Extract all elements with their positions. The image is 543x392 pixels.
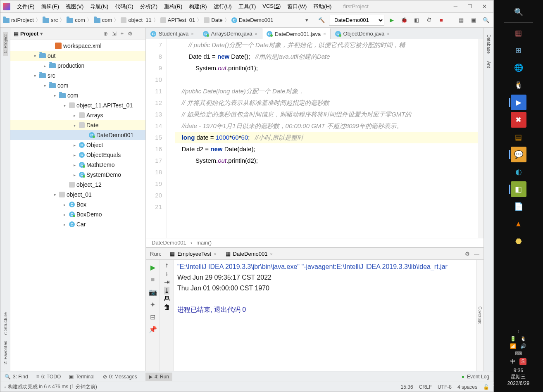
editor-tab[interactable]: CArraysDemo.java× [198,28,262,39]
ide-window[interactable]: 文件(F)编辑(E)视图(V)导航(N)代码(C)分析(Z)重构(R)构建(B)… [0,0,494,392]
hammer-icon[interactable]: 🔨 [317,15,326,25]
app-icon-1[interactable]: ▦ [511,25,526,41]
messages-tool-button[interactable]: ⊘ 0: Messages [103,374,137,380]
code-editor[interactable]: 789101112131415161718192021 // public Da… [146,39,483,238]
minimize-icon[interactable]: ─ [454,3,457,10]
tree-row[interactable]: ▸CBox [10,200,145,209]
nav-down-icon[interactable]: ▾ [302,15,312,25]
editor-tab[interactable]: CObjectDemo.java× [331,28,394,39]
breadcrumb-item[interactable]: CDateDemo001 [231,17,274,23]
console-output[interactable]: "E:\IntelliJ IDEA 2019.3.3\jbr\bin\java.… [174,260,476,371]
edge-icon[interactable]: ◐ [511,164,526,180]
structure-tool-button[interactable]: 7: Structure [3,310,8,338]
menu-item[interactable]: 窗口(W) [284,2,310,11]
pin-icon[interactable]: 📌 [147,323,159,335]
collapse-icon[interactable]: ÷ [121,31,124,37]
app-icon-blue[interactable]: ▶ [511,95,526,110]
run-tool-button[interactable]: ▶ 4: Run [145,373,172,381]
tray-up-icon[interactable]: ‹ [517,328,519,334]
close-tab-icon[interactable]: × [255,31,257,36]
tree-row[interactable]: ▾object_11.APITest_01 [10,100,145,110]
profile-icon[interactable]: ⏱ [424,15,434,25]
calculator-icon[interactable]: ⊞ [511,43,526,58]
tree-row[interactable]: ▾src [10,71,145,81]
windows-taskbar[interactable]: 🔍 ▦ ⊞ 🌐 🐧 ▶ ✖ ▤ 💬 ◐ ◧ 📄 ▲ ⬣ ‹ 🔋🐧 📶🔊 ⌨ 中S… [494,0,543,392]
scroll-icon[interactable]: ⤓ [164,287,169,295]
run-hide-icon[interactable]: — [474,251,479,257]
app-icon-red[interactable]: ✖ [511,112,526,128]
maximize-icon[interactable]: ☐ [467,3,472,10]
menu-item[interactable]: 编辑(E) [38,2,62,11]
rerun-icon[interactable]: ▶ [147,261,159,273]
layout-run-icon[interactable]: ⊟ [147,311,159,323]
tree-row[interactable]: workspace.xml [10,41,145,51]
layout-icon[interactable]: ▦ [456,15,466,25]
menu-item[interactable]: 工具(T) [235,2,260,11]
vlc-icon[interactable]: ▲ [511,216,526,232]
notepad-icon[interactable]: 📄 [511,199,526,214]
project-tree[interactable]: workspace.xml▾out▸production▾src▾com▾com… [10,40,145,371]
editor-tabs[interactable]: CStudent.java×CArraysDemo.java×CDateDemo… [146,28,483,39]
app-icon-orange[interactable]: ▤ [511,129,526,145]
close-icon[interactable]: ✕ [482,3,487,10]
menu-item[interactable]: 视图(V) [62,2,87,11]
gear-icon[interactable]: ⚙ [128,31,133,37]
search-icon[interactable]: 🔍 [481,15,491,25]
project-tool-button[interactable]: 1: Project [3,32,8,56]
breadcrumb-item[interactable]: com [67,17,85,23]
menu-item[interactable]: 文件(F) [14,2,38,11]
tree-row[interactable]: CDateDemo001 [10,130,145,140]
clock-time[interactable]: 9:36 [507,368,529,373]
breadcrumb-item[interactable]: object_11 [121,17,151,23]
tree-row[interactable]: ▾Date [10,120,145,130]
hide-icon[interactable]: — [137,31,142,37]
battery-icon[interactable]: 🔋 [510,336,516,342]
camera-icon[interactable]: 📷 [147,286,159,298]
tree-row[interactable]: ▸CBoxDemo [10,209,145,219]
volume-icon[interactable]: 🔊 [520,343,526,349]
menu-item[interactable]: 帮助(H) [310,2,335,11]
trash-icon[interactable]: 🗑 [164,304,170,311]
tree-row[interactable]: object_12 [10,180,145,190]
run-settings-icon[interactable]: ⚙ [465,251,470,257]
run-icon[interactable]: ▶ [387,15,397,25]
menu-item[interactable]: 构建(B) [186,2,210,11]
stop-icon[interactable]: ■ [436,15,446,25]
tree-row[interactable]: ▸CObject [10,140,145,150]
menu-item[interactable]: 分析(Z) [137,2,161,11]
breadcrumb-item[interactable]: src [43,17,58,23]
run-config-select[interactable]: DateDemo001 [329,15,384,26]
breadcrumb-item[interactable]: APITest_01 [160,17,195,23]
breadcrumb[interactable]: rstProject〉src〉com〉com〉object_11〉APITest… [3,17,302,24]
print-icon[interactable]: 🖶 [164,295,170,303]
intellij-icon[interactable]: ◧ [511,181,526,197]
editor-breadcrumb[interactable]: DateDemo001›main() [146,238,483,247]
database-tool-button[interactable]: Database [486,32,491,56]
tree-row[interactable]: ▾out [10,51,145,61]
editor-tab[interactable]: CStudent.java× [146,28,198,39]
line-ending[interactable]: CRLF [419,384,432,390]
wechat-icon[interactable]: 💬 [511,147,526,162]
wifi-icon[interactable]: 📶 [510,343,516,349]
expand-icon[interactable]: ⇲ [112,31,117,37]
error-stripe[interactable] [478,39,483,238]
tree-row[interactable]: ▸CObjectEquals [10,150,145,160]
editor-tab[interactable]: CDateDemo001.java× [262,28,331,39]
encoding[interactable]: UTF-8 [438,384,452,390]
qq-icon[interactable]: 🐧 [511,77,526,93]
app-icon-last[interactable]: ⬣ [511,233,526,249]
coverage-tool-button[interactable]: Coverage [476,260,483,371]
favorites-tool-button[interactable]: 2: Favorites [3,338,8,367]
menu-item[interactable]: 代码(C) [112,2,136,11]
menu-item[interactable]: 运行(U) [210,2,235,11]
close-tab-icon[interactable]: × [387,31,389,36]
wrap-icon[interactable]: ⇥ [164,278,169,286]
layout2-icon[interactable]: ▣ [469,15,479,25]
lock-icon[interactable]: 🔓 [483,384,489,390]
breadcrumb-item[interactable]: Date [204,17,222,23]
menu-item[interactable]: 导航(N) [87,2,112,11]
close-tab-icon[interactable]: × [191,31,193,36]
tree-row[interactable]: ▸CSystemDemo [10,170,145,180]
menu-item[interactable]: VCS(S) [259,2,284,11]
run-tab-employee[interactable]: ▦EmployeeTest× [165,249,221,258]
